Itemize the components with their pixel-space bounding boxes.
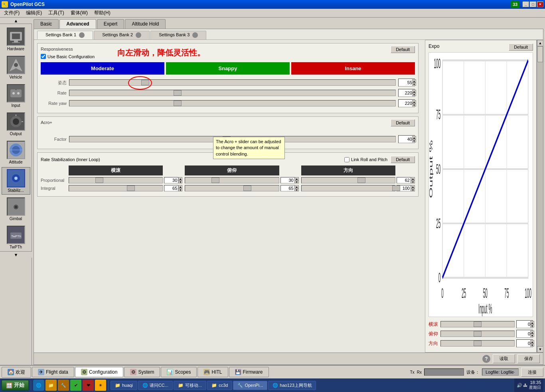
taskbar-app-mobile[interactable]: 📁可移动... [174,381,206,390]
tab-expert[interactable]: Expert [97,19,124,29]
taskbar-app1-icon[interactable]: 🔧 [58,380,69,391]
sidebar-item-output[interactable]: Output [2,110,30,138]
attitude-slider-thumb[interactable] [141,80,149,85]
maximize-btn[interactable]: □ [530,2,536,7]
expo-pitch-track[interactable] [440,331,515,337]
menu-help[interactable]: 帮助(H) [91,9,114,17]
factor-input[interactable] [399,137,412,142]
attitude-spin-up[interactable]: ▲ [412,79,416,83]
int-yaw-thumb[interactable] [392,185,400,191]
menu-window[interactable]: 窗体(W) [67,9,91,17]
sidebar-item-attitude[interactable]: Attitude [2,139,30,166]
prop-pitch-thumb[interactable] [211,177,219,183]
prop-roll-val[interactable]: 30 [164,177,178,183]
taskbar-app-cc3d[interactable]: 📁cc3d [207,381,232,390]
int-pitch-thumb[interactable] [243,185,251,191]
prop-roll-spin-down[interactable]: ▼ [178,180,182,183]
bottom-tab-firmware[interactable]: 💾 Firmware [229,367,269,377]
use-basic-checkbox[interactable] [41,54,46,59]
taskbar-app-openpilot[interactable]: 🔧OpenPi... [233,381,267,390]
expo-yaw-input[interactable] [517,341,530,346]
prop-pitch-track[interactable] [185,177,279,183]
attitude-spin-down[interactable]: ▼ [412,83,416,86]
prop-roll-spin-up[interactable]: ▲ [178,177,182,180]
connect-btn[interactable]: 连接 [521,368,543,377]
tab-altitude-hold[interactable]: Altitude Hold [125,19,166,29]
int-pitch-val[interactable]: 65 [280,185,295,191]
mode-snappy-btn[interactable]: Snappy [166,62,290,75]
int-pitch-spin-up[interactable]: ▲ [295,185,299,188]
sidebar-item-input[interactable]: Input [2,82,30,110]
taskbar-app-browser1[interactable]: 🌐请问CC... [138,381,173,390]
scroll-up-btn[interactable]: ▲ [537,40,543,46]
prop-yaw-spin-down[interactable]: ▼ [411,180,415,183]
rate-value-input[interactable] [399,91,412,95]
vertical-scrollbar[interactable]: ▲ ▼ [537,40,543,353]
taskbar-ie-icon[interactable]: 🌐 [33,380,44,391]
prop-yaw-spin-up[interactable]: ▲ [411,177,415,180]
prop-yaw-thumb[interactable] [357,177,365,183]
prop-pitch-val[interactable]: 30 [280,177,295,183]
start-button[interactable]: 🪟 开始 [2,380,29,390]
int-roll-spin-up[interactable]: ▲ [178,185,182,188]
taskbar-app2-icon[interactable]: ✔ [70,380,81,391]
expo-roll-input[interactable] [517,322,530,327]
expo-default-btn[interactable]: Default [509,43,533,51]
taskbar-app3-icon[interactable]: ❤ [83,380,94,391]
expo-roll-spin-up[interactable]: ▲ [530,321,534,324]
expo-pitch-input[interactable] [517,331,530,336]
sub-tab-bank3[interactable]: Settings Bank 3 [150,31,206,39]
expo-yaw-spin-down[interactable]: ▼ [530,343,534,347]
expo-roll-thumb[interactable] [474,321,482,327]
int-roll-thumb[interactable] [127,185,135,191]
menu-tools[interactable]: 工具(T) [45,9,67,17]
rate-yaw-spin-down[interactable]: ▼ [412,103,416,106]
minimize-btn[interactable]: _ [523,2,529,7]
int-yaw-spin-down[interactable]: ▼ [411,188,415,191]
rate-yaw-spin-up[interactable]: ▲ [412,100,416,103]
expo-yaw-spin-up[interactable]: ▲ [530,340,534,343]
int-roll-track[interactable] [69,185,163,191]
prop-roll-thumb[interactable] [95,177,103,183]
sidebar-item-hardware[interactable]: Hardware [2,26,30,53]
expo-yaw-thumb[interactable] [474,341,482,346]
rate-slider-track[interactable] [69,90,396,96]
int-roll-spin-down[interactable]: ▼ [178,188,182,191]
int-pitch-track[interactable] [185,185,279,191]
attitude-slider-track[interactable] [69,79,396,86]
save-btn[interactable]: 保存 [517,354,540,363]
int-roll-val[interactable]: 65 [164,185,178,191]
tab-basic[interactable]: Basic [34,19,59,29]
rate-yaw-thumb[interactable] [174,100,182,106]
mode-moderate-btn[interactable]: Moderate [41,62,164,75]
tab-advanced[interactable]: Advanced [59,19,96,29]
expo-roll-spin-down[interactable]: ▼ [530,324,534,327]
int-yaw-track[interactable] [301,185,395,191]
expo-yaw-track[interactable] [440,340,515,347]
expo-pitch-spin-up[interactable]: ▲ [530,331,534,334]
sidebar-item-gimbal[interactable]: Gimbal [2,195,30,223]
expo-pitch-thumb[interactable] [474,331,482,337]
sub-tab-bank2[interactable]: Settings Bank 2 [94,31,150,39]
bottom-tab-welcome[interactable]: 🏠 欢迎 [2,367,31,378]
help-btn[interactable]: ? [482,355,490,363]
scroll-track[interactable] [537,46,543,346]
bottom-tab-flight[interactable]: ✈ Flight data [32,367,74,377]
rate-yaw-input[interactable] [399,101,412,106]
rate-spin-up[interactable]: ▲ [412,90,416,93]
int-yaw-spin-up[interactable]: ▲ [411,185,415,188]
sidebar-item-stabiliz[interactable]: Stabiliz... [2,167,30,195]
expo-pitch-spin-down[interactable]: ▼ [530,334,534,337]
bottom-tab-system[interactable]: ⚙ System [124,367,160,377]
menu-file[interactable]: 文件(F) [1,9,23,17]
rate-yaw-track[interactable] [69,100,396,106]
bottom-tab-hitl[interactable]: 🎮 HITL [197,367,228,377]
bottom-tab-config[interactable]: ⚙ Configuration [75,367,123,377]
mode-insane-btn[interactable]: Insane [291,62,415,75]
scroll-thumb[interactable] [537,46,543,62]
rate-stab-default-btn[interactable]: Default [391,156,415,163]
rate-spin-down[interactable]: ▼ [412,93,416,96]
attitude-value-input[interactable] [399,80,412,85]
taskbar-app-huaqi[interactable]: 📁huaqi [111,381,137,390]
scroll-down-btn[interactable]: ▼ [537,346,543,353]
